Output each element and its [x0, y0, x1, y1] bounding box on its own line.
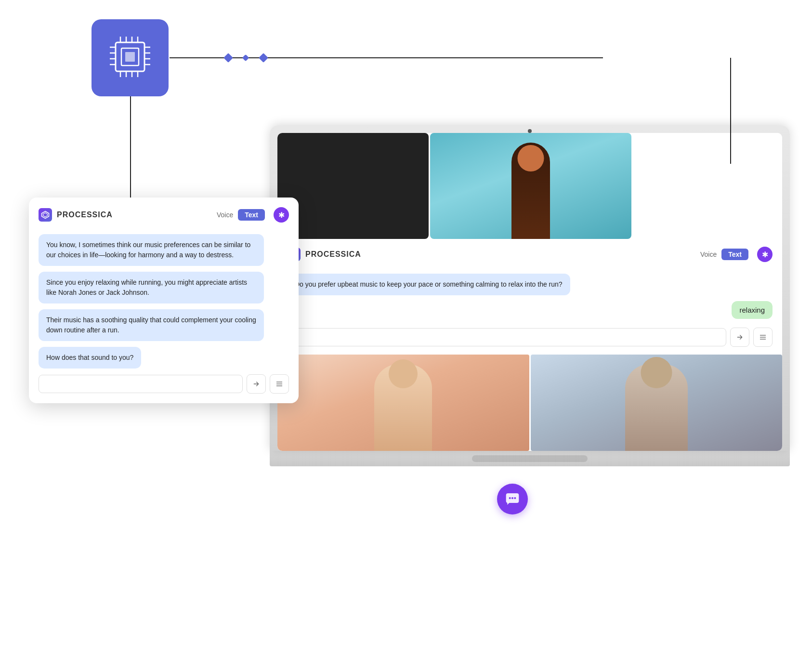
laptop-voice-label[interactable]: Voice [700, 250, 717, 258]
floating-chat-header: PROCESSICA Voice Text ✱ [39, 207, 289, 226]
cpu-block [92, 19, 169, 96]
photo-teal [430, 133, 631, 239]
photo-dark-left [277, 133, 429, 239]
svg-point-37 [511, 497, 513, 499]
svg-marker-30 [42, 211, 49, 219]
laptop-photo-row [277, 133, 782, 239]
svg-marker-31 [43, 213, 48, 217]
photo-bottom-left [277, 355, 529, 451]
svg-rect-20 [223, 53, 233, 63]
float-msg-4: How does that sound to you? [39, 347, 141, 369]
laptop-settings-button[interactable]: ✱ [757, 247, 773, 262]
float-msg-3: Their music has a soothing quality that … [39, 309, 264, 341]
trackpad [472, 455, 588, 462]
laptop-wrapper: PROCESSICA Voice Text ✱ Do you prefer up… [270, 125, 790, 466]
processica-logo-float [39, 208, 52, 222]
svg-rect-21 [242, 54, 249, 61]
float-msg-1: You know, I sometimes think our music pr… [39, 234, 264, 266]
laptop-text-button[interactable]: Text [721, 249, 748, 260]
svg-point-38 [514, 497, 516, 499]
float-send-button[interactable] [247, 374, 266, 394]
float-voice-label[interactable]: Voice [217, 211, 233, 219]
laptop-menu-button[interactable] [753, 328, 773, 347]
connection-line-v-right [729, 58, 732, 164]
laptop-brand-name: PROCESSICA [305, 250, 695, 259]
laptop-input-row [287, 328, 773, 347]
laptop-bottom-photos [277, 355, 782, 451]
float-chat-input[interactable] [39, 375, 243, 393]
svg-point-36 [509, 497, 511, 499]
float-brand-name: PROCESSICA [57, 211, 212, 219]
float-menu-button[interactable] [270, 374, 289, 394]
laptop-keyboard [270, 451, 790, 466]
laptop-lid: PROCESSICA Voice Text ✱ Do you prefer up… [270, 125, 790, 451]
laptop-send-button[interactable] [730, 328, 749, 347]
float-settings-button[interactable]: ✱ [274, 207, 289, 223]
laptop-screen-area: PROCESSICA Voice Text ✱ Do you prefer up… [277, 133, 782, 451]
laptop-msg-1: Do you prefer upbeat music to keep your … [287, 274, 570, 295]
float-msg-2: Since you enjoy relaxing while running, … [39, 272, 264, 303]
connection-line-h [170, 51, 603, 65]
laptop-camera [528, 129, 532, 133]
floating-chat-card: PROCESSICA Voice Text ✱ You know, I some… [29, 198, 299, 403]
photo-bottom-right [531, 355, 783, 451]
svg-rect-22 [259, 53, 268, 63]
laptop-chat-header: PROCESSICA Voice Text ✱ [287, 247, 773, 266]
float-text-button[interactable]: Text [238, 209, 265, 221]
laptop-chat-input[interactable] [287, 328, 726, 346]
floating-chat-messages: You know, I sometimes think our music pr… [39, 234, 289, 369]
svg-rect-2 [125, 52, 135, 62]
cpu-chip-icon [106, 33, 154, 83]
laptop-chat-messages: Do you prefer upbeat music to keep your … [287, 274, 773, 322]
chat-fab-button[interactable] [497, 484, 528, 514]
scene: PROCESSICA Voice Text ✱ Do you prefer up… [0, 0, 812, 659]
laptop-msg-2: relaxing [732, 301, 773, 319]
float-input-row [39, 374, 289, 394]
